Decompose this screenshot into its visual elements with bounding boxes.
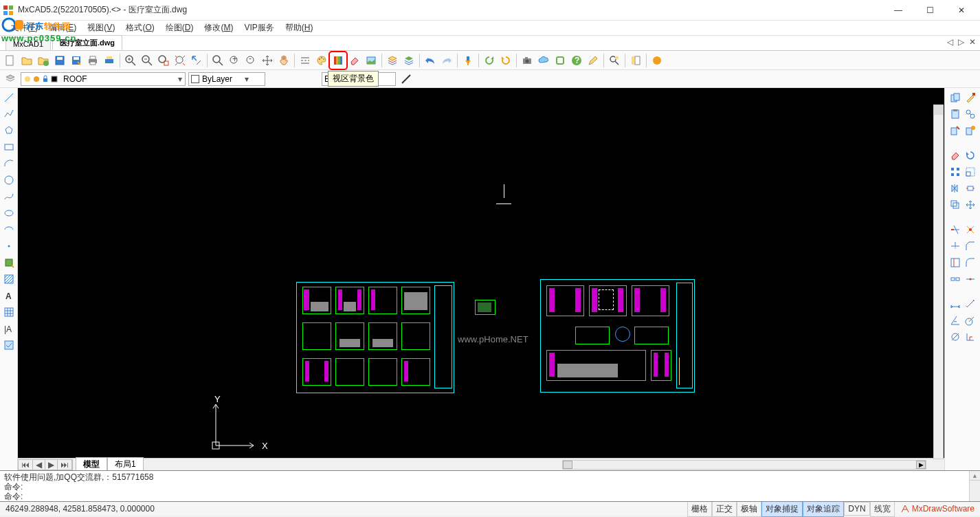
dim-aligned-icon[interactable] [964,297,977,311]
layer-states-icon[interactable] [3,72,18,87]
menu-draw[interactable]: 绘图(D) [160,21,199,35]
rectangle-icon[interactable] [2,140,16,154]
spline-icon[interactable] [2,190,16,204]
zoom-previous-icon[interactable] [189,53,204,68]
print-icon[interactable] [85,53,100,68]
mode-lwt[interactable]: 线宽 [870,501,895,517]
close-button[interactable]: ✕ [946,0,977,21]
horizontal-scrollbar[interactable]: ▶ [562,460,926,470]
zoom-in-icon[interactable] [123,53,138,68]
zoom-realtime-icon[interactable] [210,53,225,68]
help-icon[interactable]: ? [569,53,584,68]
menu-edit[interactable]: 编辑(E) [43,21,82,35]
menu-help[interactable]: 帮助(H) [280,21,319,35]
layer-manager-icon[interactable] [385,53,400,68]
rotate-icon[interactable] [964,148,977,162]
color-dropdown[interactable]: ByLayer ▾ [188,72,265,86]
undo-icon[interactable] [423,53,438,68]
line-icon[interactable] [2,91,16,104]
dim-radius-icon[interactable] [964,314,977,327]
chamfer-icon[interactable] [964,239,977,253]
layout-nav-next-icon[interactable]: ▶ [45,460,58,470]
mode-polar[interactable]: 极轴 [737,501,761,517]
point-icon[interactable] [2,239,16,253]
polyline-icon[interactable] [2,107,16,121]
paste-icon[interactable] [948,107,962,121]
trim-icon[interactable] [948,223,962,236]
arc-icon[interactable] [2,157,16,170]
linetype-icon[interactable] [298,53,313,68]
open-recent-icon[interactable] [36,53,51,68]
dim-ordinate-icon[interactable] [964,330,977,344]
dim-diameter-icon[interactable] [948,330,962,344]
record-icon[interactable] [649,53,665,68]
hand-pan-icon[interactable] [276,53,291,68]
polygon-icon[interactable] [2,124,16,138]
zoom-real-in-icon[interactable]: + [227,53,242,68]
text-icon[interactable]: A [2,289,16,302]
join-icon[interactable] [964,272,977,286]
match-props-icon[interactable] [964,91,977,104]
move-icon[interactable] [964,198,977,212]
doc-tab-1[interactable]: MxCAD1 [5,37,51,50]
zoom-out-icon[interactable] [140,53,155,68]
table-icon[interactable] [2,305,16,319]
mode-dyn[interactable]: DYN [844,502,869,516]
break-icon[interactable] [948,256,962,270]
menu-vip[interactable]: VIP服务 [238,21,279,35]
pan-icon[interactable] [260,53,275,68]
ellipse-arc-icon[interactable] [2,223,16,236]
open-file-icon[interactable] [19,53,34,68]
layout1-tab[interactable]: 布局1 [107,457,144,472]
tab-prev-icon[interactable]: ◁ [946,37,955,47]
camera-icon[interactable] [520,53,535,68]
array-icon[interactable] [948,165,962,179]
tab-next-icon[interactable]: ▷ [957,37,966,47]
move-link-icon[interactable] [964,107,977,121]
background-color-icon[interactable]: 视区背景色 [331,53,346,68]
zoom-real-out-icon[interactable]: - [243,53,258,68]
pencil-icon[interactable] [586,53,601,68]
menu-modify[interactable]: 修改(M) [199,21,238,35]
regen-icon[interactable] [498,53,513,68]
lineweight-icon[interactable] [399,72,414,87]
properties-panel-icon[interactable] [628,53,643,68]
layer-dropdown[interactable]: ROOF ▾ [21,72,186,86]
menu-view[interactable]: 视图(V) [82,21,120,35]
mtext-icon[interactable]: |A [2,322,16,336]
refresh-icon[interactable] [482,53,497,68]
mode-osnap[interactable]: 对象捕捉 [761,501,803,517]
zoom-extents-icon[interactable] [172,53,188,68]
hatch-icon[interactable] [2,272,16,286]
minimize-button[interactable]: — [882,0,914,21]
image-icon[interactable] [364,53,379,68]
break-point-icon[interactable] [948,272,962,286]
save-icon[interactable] [52,53,67,68]
copy-icon[interactable] [948,91,962,104]
layout-nav-first-icon[interactable]: ⏮ [19,460,33,470]
model-tab[interactable]: 模型 [76,457,107,472]
vertical-scrollbar[interactable] [933,104,944,459]
doc-tab-2[interactable]: 医疗室立面.dwg [52,35,122,50]
tab-close-icon[interactable]: ✕ [968,37,977,47]
dim-linear-icon[interactable] [948,297,962,311]
layout-nav-last-icon[interactable]: ⏭ [58,460,72,470]
redo-icon[interactable] [439,53,454,68]
mode-ortho[interactable]: 正交 [712,501,737,517]
dim-angular-icon[interactable] [948,314,962,327]
explode-icon[interactable] [964,223,977,236]
extend-icon[interactable] [948,239,962,253]
filter-icon[interactable] [460,53,476,68]
offset-icon[interactable] [948,198,962,212]
menu-file[interactable]: 文件(F) [5,21,43,35]
command-scrollbar[interactable]: ▲ [969,471,980,501]
new-file-icon[interactable] [3,53,18,68]
zoom-window-icon[interactable] [156,53,171,68]
block-icon[interactable] [401,53,416,68]
eraser-icon[interactable] [347,53,362,68]
save-as-icon[interactable] [69,53,84,68]
shape-icon[interactable] [553,53,568,68]
mode-grid[interactable]: 栅格 [687,501,712,517]
region-icon[interactable] [2,338,16,352]
layout-nav-prev-icon[interactable]: ◀ [33,460,45,470]
